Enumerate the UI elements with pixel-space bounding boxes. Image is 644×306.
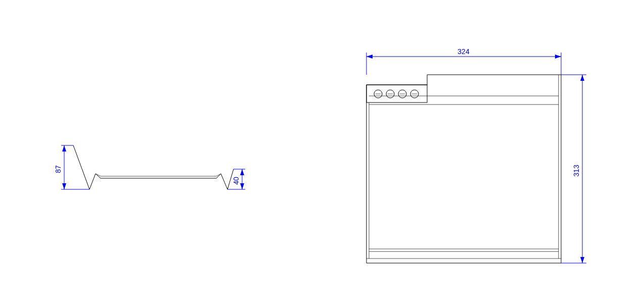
svg-marker-35 — [580, 257, 584, 263]
dim-text-40: 40 — [232, 177, 240, 185]
svg-marker-29 — [366, 55, 373, 59]
dimension-40: 40 — [227, 169, 245, 189]
right-view: 324 313 — [366, 47, 586, 263]
dim-text-324: 324 — [457, 47, 470, 56]
technical-drawing: 87 40 — [0, 0, 644, 306]
dimension-87: 87 — [54, 145, 89, 189]
dim-text-87: 87 — [54, 165, 62, 173]
dimension-313: 313 — [561, 75, 586, 263]
svg-marker-30 — [555, 55, 561, 59]
svg-marker-3 — [62, 145, 66, 151]
svg-marker-4 — [62, 183, 66, 189]
left-view: 87 40 — [54, 145, 245, 189]
svg-marker-34 — [580, 75, 584, 81]
dimension-324: 324 — [366, 47, 561, 75]
svg-marker-8 — [240, 169, 244, 175]
svg-marker-9 — [240, 183, 244, 189]
dim-text-313: 313 — [572, 165, 580, 177]
